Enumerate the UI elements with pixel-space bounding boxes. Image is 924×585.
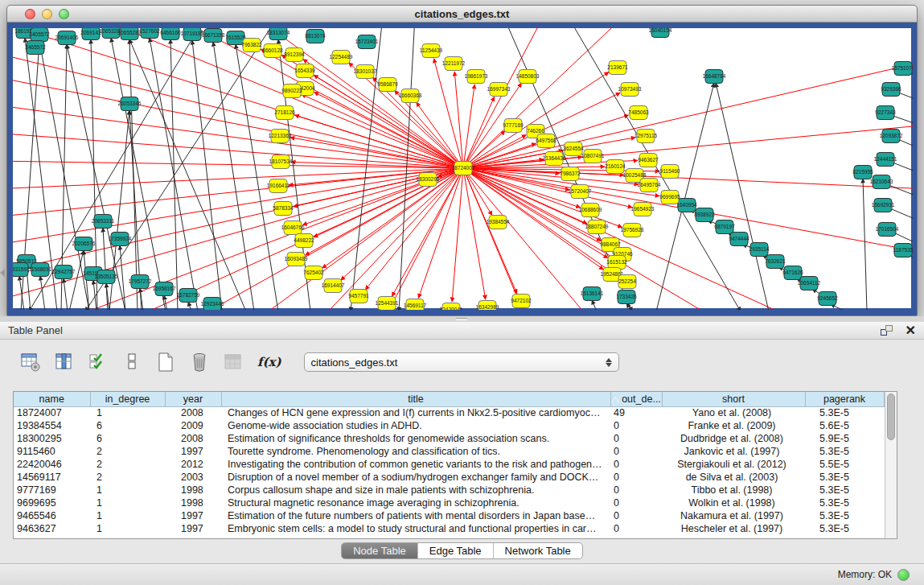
graph-node-selected[interactable]: 8912394 xyxy=(284,48,305,62)
scrollbar-thumb[interactable] xyxy=(887,393,895,440)
graph-node-selected[interactable]: 11254439 xyxy=(420,44,443,58)
graph-node[interactable]: 16040154 xyxy=(649,28,672,38)
panel-splitter[interactable] xyxy=(0,316,924,322)
graph-node-selected[interactable]: 4498222 xyxy=(294,234,314,248)
collapse-panel-arrow-icon[interactable] xyxy=(0,269,5,277)
edge[interactable] xyxy=(103,228,108,310)
column-header-short[interactable]: short xyxy=(662,392,805,406)
table-cell[interactable]: 0 xyxy=(610,509,662,522)
graph-node-selected[interactable]: 26495764 xyxy=(638,179,661,192)
graph-node[interactable]: 20691406 xyxy=(55,31,79,45)
edge[interactable] xyxy=(13,168,463,302)
graph-node-selected[interactable]: 19861973 xyxy=(465,70,488,84)
graph-node[interactable]: 1733426 xyxy=(616,290,637,304)
graph-node-selected[interactable]: 16660368 xyxy=(399,89,422,103)
edge[interactable] xyxy=(418,168,463,299)
table-cell[interactable]: 0 xyxy=(610,458,662,471)
graph-node-selected[interactable]: 2718126 xyxy=(274,106,295,120)
column-visibility-icon[interactable] xyxy=(53,351,76,373)
graph-node[interactable]: 15692931 xyxy=(872,199,895,212)
edge[interactable] xyxy=(863,179,867,310)
table-cell[interactable]: 22420046 xyxy=(14,458,90,471)
graph-node-selected[interactable]: 7963822 xyxy=(241,39,262,52)
table-cell[interactable]: Estimation of the future numbers of pati… xyxy=(221,509,610,522)
table-cell[interactable]: 18300295 xyxy=(14,432,90,445)
table-cell[interactable]: 18724007 xyxy=(14,406,90,419)
new-column-icon[interactable] xyxy=(154,351,177,373)
graph-node[interactable]: 12923446 xyxy=(201,298,224,311)
graph-node-selected[interactable]: 12254489 xyxy=(330,51,353,64)
graph-node[interactable]: 7632621 xyxy=(765,255,786,269)
table-cell[interactable]: 0 xyxy=(610,471,662,484)
table-row[interactable]: 1872400712008Changes of HCN gene express… xyxy=(14,406,884,419)
graph-node[interactable]: 1527602 xyxy=(139,28,160,39)
edge[interactable] xyxy=(592,300,597,310)
graph-node-selected[interactable]: 1654339 xyxy=(294,64,315,78)
table-cell[interactable]: 5.3E-5 xyxy=(805,471,884,484)
window-titlebar[interactable]: citations_edges.txt xyxy=(7,6,917,23)
table-cell[interactable]: 2 xyxy=(90,458,165,471)
table-cell[interactable]: Structural magnetic resonance image aver… xyxy=(221,496,610,509)
graph-node[interactable]: 16210643 xyxy=(870,175,893,189)
edge[interactable] xyxy=(13,161,463,168)
graph-node-selected[interactable]: 9699695 xyxy=(659,191,680,204)
graph-node-selected[interactable]: 19166411 xyxy=(267,179,290,193)
graph-node[interactable]: 8813074 xyxy=(305,30,326,43)
column-header-pagerank[interactable]: pagerank xyxy=(805,392,884,406)
graph-node-selected[interactable]: 9457791 xyxy=(348,290,369,303)
table-cell[interactable]: 2012 xyxy=(165,458,221,471)
table-cell[interactable]: 49 xyxy=(610,406,662,419)
table-cell[interactable]: 1997 xyxy=(165,522,221,535)
graph-node-selected[interactable]: 2160124 xyxy=(605,160,626,174)
graph-node[interactable]: 9474444 xyxy=(729,233,749,246)
graph-node-selected[interactable]: 19384554 xyxy=(487,216,510,229)
splitter-grip[interactable] xyxy=(456,318,467,320)
tab-node-table[interactable]: Node Table xyxy=(342,543,418,558)
graph-node-selected[interactable]: 2139671 xyxy=(607,61,628,75)
graph-node-selected[interactable]: 8660128 xyxy=(262,44,283,58)
table-cell[interactable]: Investigating the contribution of common… xyxy=(221,458,610,471)
edge[interactable] xyxy=(463,168,486,299)
citation-network-graph[interactable]: 1861958240557224655722069140620691411065… xyxy=(13,28,913,310)
table-cell[interactable]: 0 xyxy=(610,522,662,535)
graph-node-selected[interactable]: 10807491 xyxy=(581,150,605,163)
edge[interactable] xyxy=(399,28,415,310)
table-cell[interactable]: 0 xyxy=(610,445,662,458)
table-cell[interactable]: 19384554 xyxy=(14,419,90,432)
table-row[interactable]: 1830029562008Estimation of significance … xyxy=(14,432,884,445)
graph-node-selected[interactable]: 12544391 xyxy=(376,297,399,311)
table-row[interactable]: 946362711997Embryonic stem cells: a mode… xyxy=(14,522,884,535)
table-row[interactable]: 946554611997Estimation of the future num… xyxy=(14,509,884,522)
graph-node-selected[interactable]: 252254 xyxy=(618,275,636,289)
table-cell[interactable]: 2008 xyxy=(165,432,221,445)
table-row[interactable]: 1456911722003Disruption of a novel membe… xyxy=(14,471,884,484)
graph-node[interactable]: 2069141 xyxy=(80,28,101,40)
graph-node-selected[interactable]: 1615132 xyxy=(606,256,627,270)
edge[interactable] xyxy=(170,39,178,310)
zoom-window-icon[interactable] xyxy=(59,9,69,19)
graph-node[interactable]: 13505135 xyxy=(95,270,118,284)
table-cell[interactable]: 1997 xyxy=(165,445,221,458)
table-cell[interactable]: 5.3E-5 xyxy=(805,445,884,458)
vertical-scrollbar[interactable] xyxy=(885,392,897,538)
table-cell[interactable]: Jankovic et al. (1997) xyxy=(662,445,805,458)
edge[interactable] xyxy=(40,276,45,310)
column-header-title[interactable]: title xyxy=(221,392,610,406)
graph-node-selected[interactable]: 9115460 xyxy=(660,165,680,179)
close-panel-icon[interactable]: ✕ xyxy=(906,325,916,336)
table-cell[interactable]: 5.3E-5 xyxy=(805,496,884,509)
graph-node-selected[interactable]: 7485063 xyxy=(628,106,649,120)
edge[interactable] xyxy=(454,72,463,168)
graph-node[interactable]: 9245652 xyxy=(817,292,838,306)
graph-node[interactable]: 12444151 xyxy=(874,153,897,167)
graph-node-selected[interactable]: 18807249 xyxy=(585,220,609,234)
edge[interactable] xyxy=(13,168,463,189)
column-header-name[interactable]: name xyxy=(14,392,90,406)
table-cell[interactable]: 5.3E-5 xyxy=(805,406,884,419)
table-cell[interactable]: 0 xyxy=(610,419,662,432)
table-cell[interactable]: 0 xyxy=(610,432,662,445)
edge[interactable] xyxy=(192,40,222,310)
minimize-window-icon[interactable] xyxy=(42,9,52,19)
table-cell[interactable]: 1 xyxy=(90,484,165,496)
table-cell[interactable]: Tourette syndrome. Phenomenology and cla… xyxy=(221,445,610,458)
